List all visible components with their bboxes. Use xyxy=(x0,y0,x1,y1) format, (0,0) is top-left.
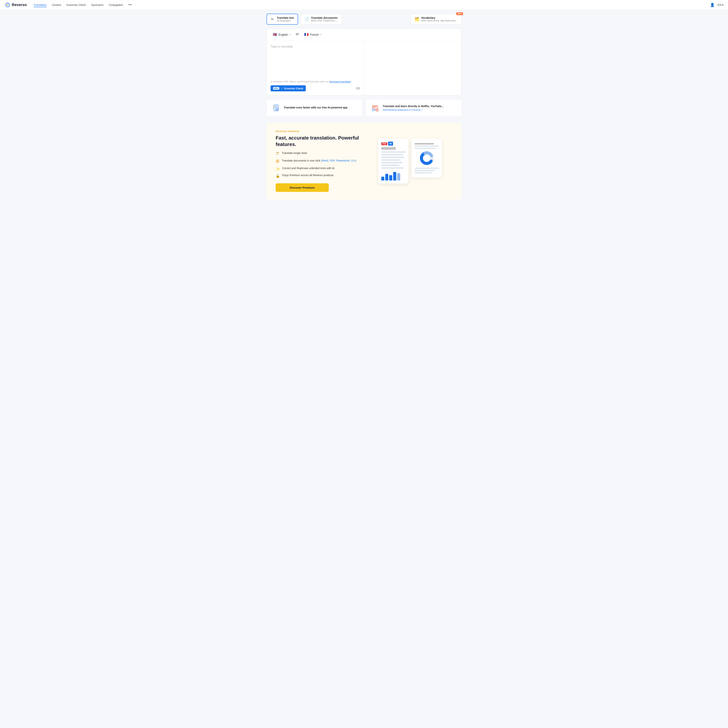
vocabulary-icon: 🗂️ xyxy=(414,17,419,21)
navbar: Reverso Translation Context Grammar Chec… xyxy=(0,0,728,10)
target-flag: 🇫🇷 xyxy=(304,32,309,37)
nav-context[interactable]: Context xyxy=(52,3,61,7)
target-language-selector[interactable]: 🇫🇷 French ▾ xyxy=(302,31,324,38)
nav-conjugation[interactable]: Conjugation xyxy=(109,3,123,7)
nav-translation[interactable]: Translation xyxy=(34,3,47,7)
nav-grammar-check[interactable]: Grammar Check xyxy=(66,3,86,7)
chart-bottom-lines xyxy=(414,168,439,173)
translation-output-panel xyxy=(364,41,461,95)
top-buttons: A A Translate text 26 languages 📄 Transl… xyxy=(266,14,462,24)
swap-languages-button[interactable] xyxy=(294,31,300,38)
vocabulary-button[interactable]: 🗂️ Vocabulary View saved terms, play fla… xyxy=(411,14,462,24)
feature-icon-1 xyxy=(276,152,280,156)
nav-more-icon[interactable]: ••• xyxy=(128,3,132,7)
translation-input[interactable] xyxy=(271,44,360,78)
language-selector-bar: 🇬🇧 English ▾ 🇫🇷 French ▾ xyxy=(267,29,461,41)
svg-rect-13 xyxy=(276,155,278,155)
promo-row: Translate even faster with our free AI-p… xyxy=(266,99,462,116)
translate-docs-label: Translate documents xyxy=(311,16,338,19)
source-language-selector[interactable]: 🇬🇧 English ▾ xyxy=(271,31,292,38)
translation-card: 🇬🇧 English ▾ 🇫🇷 French ▾ or translate PD… xyxy=(266,28,462,95)
logo-text: Reverso xyxy=(12,3,27,7)
premium-section: REVERSO PREMIUM Fast, accurate translati… xyxy=(266,123,462,199)
abc-badge: ABC xyxy=(273,87,279,90)
svg-rect-10 xyxy=(276,152,279,153)
translate-docs-icon: 📄 xyxy=(304,17,309,21)
premium-content: REVERSO PREMIUM Fast, accurate translati… xyxy=(276,130,360,192)
chart-card xyxy=(411,139,442,177)
translate-text-button[interactable]: A A Translate text 26 languages xyxy=(266,14,298,24)
promo-app-title: Translate even faster with our free AI-p… xyxy=(284,106,347,109)
logo[interactable]: Reverso xyxy=(5,2,27,8)
chart-text-lines xyxy=(414,143,439,149)
user-icon[interactable]: 👤 xyxy=(710,3,715,7)
feature-icon-4: 🔓 xyxy=(276,174,280,178)
donut-chart xyxy=(419,150,434,166)
vocabulary-subtitle: View saved terms, play flashcards... xyxy=(421,19,457,22)
premium-features: Translate longer texts Translate documen… xyxy=(276,151,360,178)
target-language-name: French xyxy=(310,33,319,36)
vocabulary-button-wrap: 🗂️ Vocabulary View saved terms, play fla… xyxy=(411,14,462,24)
doc-lines xyxy=(381,151,405,169)
promo-extension-banner[interactable]: Translate and learn directly in Netflix,… xyxy=(366,99,462,116)
promo-extension-icon xyxy=(370,103,380,113)
premium-title: Fast, accurate translation. Powerful fea… xyxy=(276,135,360,148)
target-chevron-icon: ▾ xyxy=(320,34,321,36)
translate-hint: or translate PDF, Word, and PowerPoint f… xyxy=(271,80,360,83)
source-flag: 🇬🇧 xyxy=(273,32,277,37)
translate-docs-button[interactable]: 📄 Translate documents Word, PDF, PowerPo… xyxy=(300,14,342,24)
svg-point-5 xyxy=(276,110,277,110)
language-selector[interactable]: EN ▾ xyxy=(718,3,723,6)
premium-label: REVERSO PREMIUM xyxy=(276,130,360,133)
extension-link[interactable]: Add Reverso extension to Chrome + xyxy=(383,109,444,111)
grammar-check-button[interactable]: ABC ✓ Grammar Check xyxy=(271,85,306,92)
grammar-check-icon: ✓ xyxy=(281,87,283,90)
nav-synonyms[interactable]: Synonyms xyxy=(91,3,104,7)
translation-panels: or translate PDF, Word, and PowerPoint f… xyxy=(267,41,461,95)
feature-icon-2 xyxy=(276,159,280,164)
translation-input-panel: or translate PDF, Word, and PowerPoint f… xyxy=(267,41,364,95)
grammar-btn-label: Grammar Check xyxy=(284,87,303,90)
svg-text:A: A xyxy=(272,18,274,20)
translate-docs-subtitle: Word, PDF, PowerPoint, ... xyxy=(311,19,338,22)
new-badge: NEW xyxy=(456,12,463,15)
premium-visual: PDF W xyxy=(368,139,452,184)
feature-icon-3: ✨ xyxy=(276,167,280,171)
logo-icon xyxy=(5,2,11,8)
main-container: A A Translate text 26 languages 📄 Transl… xyxy=(263,10,465,209)
vocabulary-label: Vocabulary xyxy=(421,16,457,19)
premium-feature-1: Translate longer texts xyxy=(276,151,360,156)
word-badge: W xyxy=(388,142,393,145)
input-bottom: ABC ✓ Grammar Check ⌨ xyxy=(271,85,360,92)
document-translator-link[interactable]: document translator xyxy=(329,80,351,83)
doc-card: PDF W xyxy=(378,139,408,184)
source-chevron-icon: ▾ xyxy=(289,34,290,36)
promo-extension-title: Translate and learn directly in Netflix,… xyxy=(383,105,444,108)
premium-feature-4: 🔓 Enjoy Premium across all Reverso produ… xyxy=(276,174,360,178)
premium-feature-2: Translate documents in one click (Word, … xyxy=(276,159,360,164)
navbar-right: 👤 EN ▾ xyxy=(710,3,723,7)
translate-text-subtitle: 26 languages xyxy=(277,19,294,22)
discover-premium-button[interactable]: Discover Premium xyxy=(276,184,329,192)
chevron-down-icon: ▾ xyxy=(722,3,723,6)
pdf-badge: PDF xyxy=(381,142,387,145)
svg-rect-11 xyxy=(276,153,278,154)
keyboard-icon[interactable]: ⌨ xyxy=(356,87,360,90)
translate-text-label: Translate text xyxy=(277,16,294,19)
svg-rect-12 xyxy=(276,154,279,154)
promo-app-banner[interactable]: Translate even faster with our free AI-p… xyxy=(266,99,362,116)
translate-text-icon: A A xyxy=(271,17,275,22)
source-language-name: English xyxy=(278,33,288,36)
promo-app-icon xyxy=(271,103,281,113)
premium-feature-3: ✨ Correct and Rephrase unlimited texts w… xyxy=(276,167,360,171)
doc-title-line xyxy=(381,147,396,150)
doc-bar-chart xyxy=(381,171,405,180)
